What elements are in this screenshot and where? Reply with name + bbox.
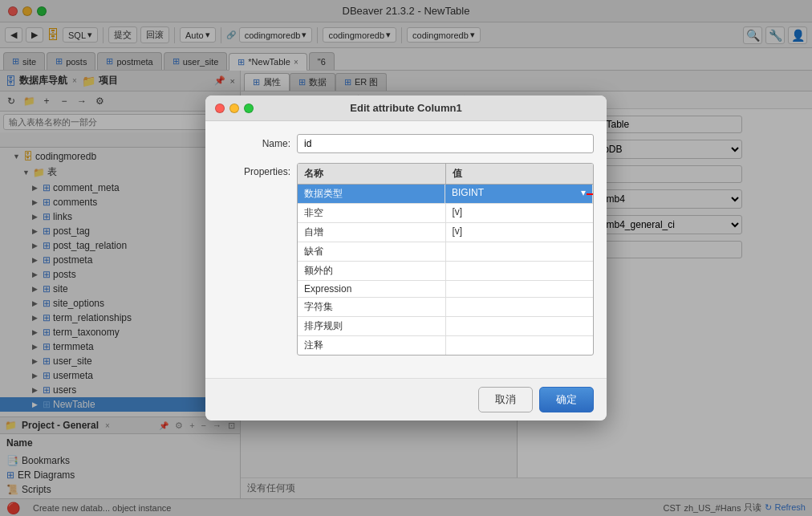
props-table-header: 名称 值 xyxy=(298,164,593,185)
datatype-value-text: BIGINT xyxy=(452,187,484,198)
props-cell-expr-name: Expression xyxy=(298,281,446,297)
props-cell-charset-name: 字符集 xyxy=(298,298,446,316)
modal-max-button[interactable] xyxy=(244,104,254,113)
modal-window-controls xyxy=(215,104,254,113)
datatype-dropdown-icon[interactable]: ▾ xyxy=(581,187,586,198)
props-cell-coll-name: 排序规则 xyxy=(298,317,446,335)
props-row-default[interactable]: 缺省 xyxy=(298,242,593,262)
props-cell-extra-name: 额外的 xyxy=(298,262,446,280)
modal-props-row: Properties: 名称 值 数据类型 BIGINT ▾ xyxy=(218,163,594,356)
props-cell-autoinc-value: [v] xyxy=(446,223,594,242)
props-row-comment[interactable]: 注释 xyxy=(298,336,593,355)
props-cell-expr-value xyxy=(446,281,594,297)
modal-props-table: 名称 值 数据类型 BIGINT ▾ xyxy=(297,163,594,356)
props-header-name: 名称 xyxy=(298,164,446,184)
modal-props-label: Properties: xyxy=(218,163,290,177)
props-row-collation[interactable]: 排序规则 xyxy=(298,317,593,336)
modal-confirm-button[interactable]: 确定 xyxy=(539,387,594,412)
props-cell-comment-name: 注释 xyxy=(298,336,446,355)
modal-title: Edit attribute Column1 xyxy=(350,102,461,114)
props-cell-datatype-name: 数据类型 xyxy=(298,185,445,203)
props-cell-notnull-name: 非空 xyxy=(298,204,446,222)
props-cell-extra-value xyxy=(446,262,594,280)
props-row-extra[interactable]: 额外的 xyxy=(298,262,593,281)
modal-body: Name: Properties: 名称 值 数据类型 BIGINT xyxy=(205,121,607,378)
props-cell-coll-value xyxy=(446,317,594,335)
modal-name-row: Name: xyxy=(218,134,594,153)
props-cell-default-value xyxy=(446,242,594,261)
props-cell-autoinc-name: 自增 xyxy=(298,223,446,242)
modal-titlebar: Edit attribute Column1 xyxy=(205,95,607,121)
modal-name-label: Name: xyxy=(218,138,290,149)
props-cell-comment-value xyxy=(446,336,594,355)
props-row-charset[interactable]: 字符集 xyxy=(298,298,593,317)
props-cell-datatype-value: BIGINT ▾ xyxy=(445,185,593,203)
modal-footer: 取消 确定 xyxy=(205,378,607,421)
props-row-autoinc[interactable]: 自增 [v] xyxy=(298,223,593,242)
modal-overlay: Edit attribute Column1 Name: Properties:… xyxy=(0,0,812,516)
red-arrow-annotation xyxy=(587,186,594,202)
props-row-notnull[interactable]: 非空 [v] xyxy=(298,204,593,223)
props-row-expression[interactable]: Expression xyxy=(298,281,593,298)
modal-close-button[interactable] xyxy=(215,104,225,113)
props-cell-default-name: 缺省 xyxy=(298,242,446,261)
props-cell-charset-value xyxy=(446,298,594,316)
modal-name-input[interactable] xyxy=(297,134,594,153)
props-row-datatype[interactable]: 数据类型 BIGINT ▾ xyxy=(298,185,593,204)
modal-cancel-button[interactable]: 取消 xyxy=(478,387,533,412)
modal-min-button[interactable] xyxy=(229,104,239,113)
modal-dialog: Edit attribute Column1 Name: Properties:… xyxy=(205,95,607,421)
props-cell-notnull-value: [v] xyxy=(446,204,594,222)
props-header-value: 值 xyxy=(446,164,594,184)
